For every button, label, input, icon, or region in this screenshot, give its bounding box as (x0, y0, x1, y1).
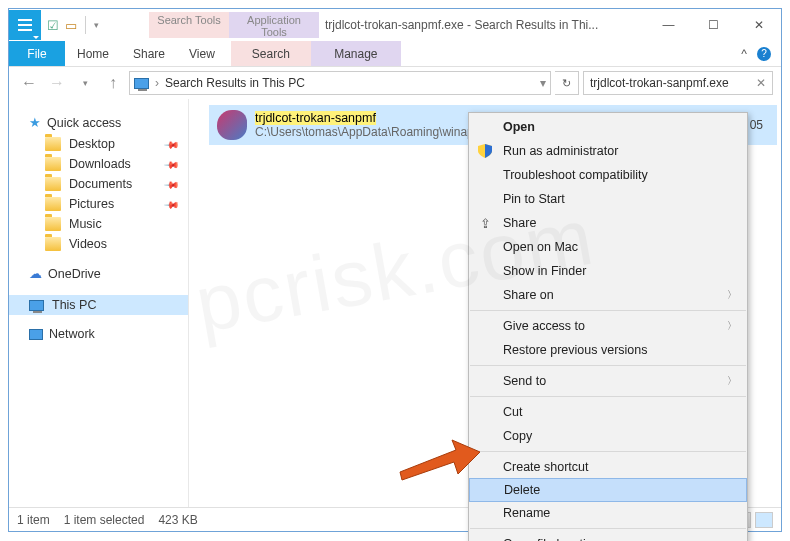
cm-cut[interactable]: Cut (469, 400, 747, 424)
application-icon (217, 110, 247, 140)
new-folder-icon[interactable]: ▭ (65, 18, 77, 33)
minimize-button[interactable]: — (646, 10, 691, 40)
folder-icon (45, 177, 61, 191)
sidebar-onedrive[interactable]: ☁OneDrive (9, 264, 188, 285)
chevron-right-icon: 〉 (727, 288, 737, 302)
cm-open-on-mac[interactable]: Open on Mac (469, 235, 747, 259)
qat-dropdown-icon[interactable]: ▾ (94, 20, 99, 30)
up-button[interactable]: ↑ (101, 71, 125, 95)
recent-locations-icon[interactable]: ▾ (73, 71, 97, 95)
cm-share[interactable]: ⇪ Share (469, 211, 747, 235)
sidebar-item-desktop[interactable]: Desktop📌 (9, 134, 188, 154)
cm-run-as-administrator[interactable]: Run as administrator (469, 139, 747, 163)
folder-icon (45, 157, 61, 171)
address-path: Search Results in This PC (165, 76, 305, 90)
help-icon[interactable]: ? (757, 47, 771, 61)
properties-icon[interactable]: ☑ (47, 18, 59, 33)
sidebar-thispc[interactable]: This PC (9, 295, 188, 315)
file-date-fragment: 05 (750, 118, 769, 132)
cm-show-in-finder[interactable]: Show in Finder (469, 259, 747, 283)
cm-give-access-to[interactable]: Give access to〉 (469, 314, 747, 338)
address-dropdown-icon[interactable]: ▾ (540, 76, 546, 90)
pin-icon: 📌 (164, 176, 180, 192)
chevron-right-icon: 〉 (727, 319, 737, 333)
titlebar: ☑ ▭ ▾ Search Tools Application Tools trj… (9, 9, 781, 41)
tab-file[interactable]: File (9, 41, 65, 66)
sidebar-item-videos[interactable]: Videos (9, 234, 188, 254)
search-value: trjdlcot-trokan-sanpmf.exe (590, 76, 729, 90)
cm-troubleshoot-compatibility[interactable]: Troubleshoot compatibility (469, 163, 747, 187)
sidebar-item-documents[interactable]: Documents📌 (9, 174, 188, 194)
application-tools-header: Application Tools (229, 12, 319, 38)
sidebar-item-music[interactable]: Music (9, 214, 188, 234)
cm-open-file-location[interactable]: Open file location (469, 532, 747, 541)
star-icon: ★ (29, 115, 41, 130)
navigation-pane: ★Quick access Desktop📌 Downloads📌 Docume… (9, 99, 189, 507)
folder-icon (45, 217, 61, 231)
file-name: trjdlcot-trokan-sanpmf (255, 111, 376, 125)
sidebar-network[interactable]: Network (9, 325, 188, 345)
network-icon (29, 329, 43, 340)
close-button[interactable]: ✕ (736, 10, 781, 40)
cm-create-shortcut[interactable]: Create shortcut (469, 455, 747, 479)
share-icon: ⇪ (477, 215, 493, 231)
tab-manage[interactable]: Manage (311, 41, 401, 66)
cm-open[interactable]: Open (469, 115, 747, 139)
pin-icon: 📌 (164, 196, 180, 212)
quick-access-toolbar: ☑ ▭ ▾ (47, 16, 99, 34)
folder-icon (45, 237, 61, 251)
cm-delete[interactable]: Delete (469, 478, 747, 502)
refresh-button[interactable]: ↻ (555, 71, 579, 95)
status-item-count: 1 item (17, 513, 50, 527)
view-large-icons-button[interactable] (755, 512, 773, 528)
context-menu: Open Run as administrator Troubleshoot c… (468, 112, 748, 541)
cm-send-to[interactable]: Send to〉 (469, 369, 747, 393)
cm-rename[interactable]: Rename (469, 501, 747, 525)
status-selected: 1 item selected (64, 513, 145, 527)
cm-pin-to-start[interactable]: Pin to Start (469, 187, 747, 211)
clear-search-icon[interactable]: ✕ (756, 76, 766, 90)
folder-icon (45, 137, 61, 151)
shield-icon (477, 143, 493, 159)
search-input[interactable]: trjdlcot-trokan-sanpmf.exe ✕ (583, 71, 773, 95)
window-title: trjdlcot-trokan-sanpmf.exe - Search Resu… (319, 18, 646, 32)
cloud-icon: ☁ (29, 266, 42, 281)
pin-icon: 📌 (164, 136, 180, 152)
thispc-icon (134, 78, 149, 89)
tab-search[interactable]: Search (231, 41, 311, 66)
maximize-button[interactable]: ☐ (691, 10, 736, 40)
app-menu-icon[interactable] (9, 10, 41, 40)
ribbon-tabs: File Home Share View Search Manage ^ ? (9, 41, 781, 67)
pin-icon: 📌 (164, 156, 180, 172)
sidebar-quick-access[interactable]: ★Quick access (9, 113, 188, 134)
sidebar-item-pictures[interactable]: Pictures📌 (9, 194, 188, 214)
address-input[interactable]: › Search Results in This PC ▾ (129, 71, 551, 95)
back-button[interactable]: ← (17, 71, 41, 95)
status-size: 423 KB (158, 513, 197, 527)
tab-share[interactable]: Share (121, 41, 177, 66)
forward-button[interactable]: → (45, 71, 69, 95)
chevron-right-icon: 〉 (727, 374, 737, 388)
file-path: C:\Users\tomas\AppData\Roaming\winapp (255, 125, 480, 139)
ribbon-expand-icon[interactable]: ^ (741, 47, 747, 61)
search-tools-header: Search Tools (149, 12, 229, 38)
address-bar: ← → ▾ ↑ › Search Results in This PC ▾ ↻ … (9, 67, 781, 99)
cm-copy[interactable]: Copy (469, 424, 747, 448)
sidebar-item-downloads[interactable]: Downloads📌 (9, 154, 188, 174)
cm-restore-previous-versions[interactable]: Restore previous versions (469, 338, 747, 362)
tab-home[interactable]: Home (65, 41, 121, 66)
thispc-icon (29, 300, 44, 311)
tab-view[interactable]: View (177, 41, 227, 66)
folder-icon (45, 197, 61, 211)
cm-share-on[interactable]: Share on〉 (469, 283, 747, 307)
